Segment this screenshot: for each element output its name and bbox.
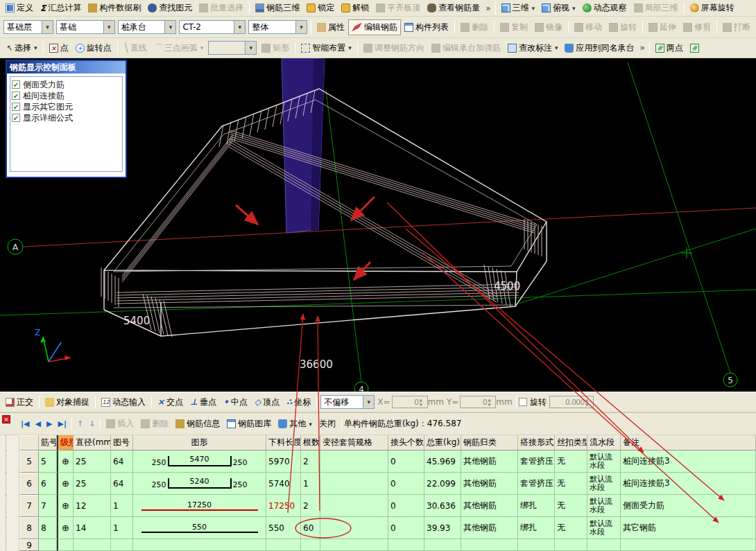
- nav-first-button[interactable]: |◀: [18, 419, 32, 429]
- cell-fig-no[interactable]: [111, 539, 133, 551]
- cell-fig-no[interactable]: 1: [111, 517, 133, 539]
- checkbox-checked-icon[interactable]: ✔: [12, 91, 20, 100]
- cell-jinhao[interactable]: 5: [39, 451, 57, 473]
- cell-sleeve-spec[interactable]: [320, 495, 388, 517]
- two-point-button[interactable]: #两点: [652, 40, 687, 56]
- chevron-down-icon[interactable]: ▾: [164, 21, 175, 33]
- cell-lap-type[interactable]: 绑扎: [518, 495, 555, 517]
- header-lap-type[interactable]: 搭接形式: [518, 435, 555, 451]
- view-3d-button[interactable]: 三维▾: [498, 0, 539, 16]
- header-flow-section[interactable]: 流水段: [587, 435, 621, 451]
- cell-cut-length[interactable]: 5740: [266, 473, 301, 495]
- check-annotation-button[interactable]: 查改标注▾: [504, 40, 562, 56]
- rotate-checkbox[interactable]: [519, 398, 527, 406]
- offset-combo[interactable]: 不偏移▾: [320, 395, 375, 409]
- cell-weight[interactable]: 45.969: [424, 451, 461, 473]
- header-jinhao[interactable]: 筋号: [39, 435, 57, 451]
- smart-layout-button[interactable]: 智能布置▾: [298, 40, 355, 56]
- cell-thread-type[interactable]: 无: [555, 517, 587, 539]
- cell-shape[interactable]: 17250: [133, 495, 266, 517]
- rotate-point-button[interactable]: +旋转点: [72, 40, 115, 56]
- header-sleeve-spec[interactable]: 变径套筒规格: [320, 435, 388, 451]
- header-shape[interactable]: 图形: [133, 435, 266, 451]
- osnap-button[interactable]: 对象捕捉: [42, 394, 93, 410]
- cell-count[interactable]: [301, 539, 320, 551]
- dropdown-arrow[interactable]: ▾: [572, 5, 576, 12]
- chevron-down-icon[interactable]: ▾: [42, 21, 53, 33]
- header-category[interactable]: 钢筋归类: [461, 435, 518, 451]
- header-fig-no[interactable]: 图号: [111, 435, 133, 451]
- cell-shape[interactable]: 550: [133, 517, 266, 539]
- cell-fig-no[interactable]: 64: [111, 451, 133, 473]
- apply-same-name-button[interactable]: 应用到同名承台: [561, 40, 637, 56]
- move-down-button[interactable]: ↓: [86, 419, 98, 429]
- dropdown-arrow[interactable]: ▾: [532, 5, 535, 12]
- properties-button[interactable]: 属性: [313, 19, 348, 35]
- cell-flow-section[interactable]: 默认流水段: [587, 517, 621, 539]
- cell-jinhao[interactable]: 8: [39, 517, 57, 539]
- unlock-button[interactable]: 解锁: [338, 0, 372, 16]
- dropdown-arrow[interactable]: ▾: [348, 44, 352, 51]
- header-diameter[interactable]: 直径(mm): [74, 435, 111, 451]
- cell-lap-type[interactable]: 套管挤压: [518, 451, 555, 473]
- define-button[interactable]: 定义: [2, 0, 37, 16]
- dropdown-arrow[interactable]: ▾: [555, 44, 558, 51]
- checkbox-checked-icon[interactable]: ✔: [12, 80, 20, 89]
- edit-rebar-button[interactable]: 编辑钢筋: [348, 19, 401, 35]
- cell-flow-section[interactable]: 默认流水段: [587, 495, 621, 517]
- cell-shape[interactable]: 2505240250: [133, 473, 266, 495]
- cell-jinhao[interactable]: [39, 539, 57, 551]
- checkbox-side-force-rebar[interactable]: ✔侧面受力筋: [12, 79, 121, 90]
- dropdown-arrow[interactable]: ▾: [309, 421, 312, 428]
- cell-diameter[interactable]: 25: [74, 473, 111, 495]
- cell-category[interactable]: [461, 539, 518, 551]
- view-rebar-qty-button[interactable]: 查看钢筋量: [424, 0, 483, 16]
- summary-calc-button[interactable]: Σ汇总计算: [37, 0, 85, 16]
- cell-thread-type[interactable]: [555, 539, 587, 551]
- cell-count[interactable]: 1: [301, 473, 320, 495]
- cell-diameter[interactable]: 14: [74, 517, 111, 539]
- cell-diameter[interactable]: [74, 539, 111, 551]
- select-button[interactable]: ↖选择▾: [2, 40, 41, 56]
- spinner-icon[interactable]: ▲▼: [420, 397, 427, 407]
- row-number[interactable]: 7: [19, 495, 39, 517]
- vertex-snap-button[interactable]: ◇顶点: [251, 394, 283, 410]
- coordinate-snap-button[interactable]: ∴坐标: [283, 394, 314, 410]
- cell-category[interactable]: 其他钢筋: [461, 495, 518, 517]
- cell-joints[interactable]: [388, 539, 424, 551]
- dropdown-arrow[interactable]: ▾: [34, 44, 37, 51]
- cell-thread-type[interactable]: 无: [555, 473, 587, 495]
- cell-cut-length[interactable]: [266, 539, 301, 551]
- toolbar-overflow-chevron[interactable]: »: [483, 3, 492, 13]
- category-combo[interactable]: 基础▾: [56, 20, 115, 34]
- cell-shape[interactable]: [133, 539, 266, 551]
- chevron-down-icon[interactable]: ▾: [295, 21, 307, 33]
- cell-flow-section[interactable]: [587, 539, 621, 551]
- cell-sleeve-spec[interactable]: [320, 539, 388, 551]
- checkbox-show-detail-formula[interactable]: ✔显示详细公式: [12, 112, 121, 123]
- cell-note[interactable]: 桩间连接筋3: [621, 473, 756, 495]
- cell-category[interactable]: 其他钢筋: [461, 517, 518, 539]
- cell-joints[interactable]: 0: [388, 451, 424, 473]
- cell-cut-length[interactable]: 550: [266, 517, 301, 539]
- cell-note[interactable]: 其它钢筋: [621, 517, 756, 539]
- checkbox-checked-icon[interactable]: ✔: [12, 114, 20, 122]
- cell-note[interactable]: [621, 539, 756, 551]
- rebar-info-button[interactable]: 钢筋信息: [172, 416, 223, 432]
- chevron-down-icon[interactable]: ▾: [363, 396, 374, 408]
- header-count[interactable]: 根数: [301, 435, 320, 451]
- header-thread-type[interactable]: 丝扣类型: [555, 435, 587, 451]
- close-table-button[interactable]: 关闭: [316, 416, 339, 432]
- find-element-button[interactable]: 查找图元: [144, 0, 196, 16]
- toolbar-overflow-chevron[interactable]: »: [637, 43, 646, 53]
- header-note[interactable]: 备注: [621, 435, 756, 451]
- cell-count[interactable]: 2: [301, 451, 320, 473]
- cell-joints[interactable]: 0: [388, 473, 424, 495]
- mode-combo[interactable]: 整体▾: [248, 20, 307, 34]
- cell-sleeve-spec[interactable]: [320, 451, 388, 473]
- row-number[interactable]: 9: [19, 539, 39, 551]
- cell-diameter[interactable]: 12: [74, 495, 111, 517]
- nav-last-button[interactable]: ▶|: [55, 419, 69, 429]
- row-number[interactable]: 8: [19, 517, 39, 539]
- cell-category[interactable]: 其他钢筋: [461, 451, 518, 473]
